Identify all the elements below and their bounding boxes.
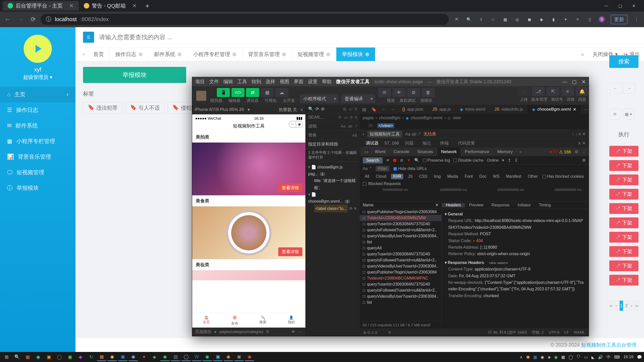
search-icon[interactable]: 🔍: [414, 158, 419, 163]
newfile-icon[interactable]: ▭: [349, 107, 352, 111]
network-request-row[interactable]: queryVideosByUser?userId=23063084..: [360, 293, 441, 299]
close-icon[interactable]: ⊗: [232, 51, 237, 57]
menu-wdt[interactable]: 微信开发者工具: [336, 78, 370, 85]
page-2[interactable]: 2: [625, 301, 628, 311]
debugger-button[interactable]: ⇄: [246, 88, 259, 97]
console-tab[interactable]: Sources: [414, 148, 436, 156]
share2-icon[interactable]: ⇪: [478, 16, 484, 22]
task-app[interactable]: ✦: [139, 353, 148, 361]
close-icon[interactable]: ⊗: [177, 51, 182, 57]
tray-icon[interactable]: ∧: [520, 355, 523, 359]
filter-icon[interactable]: ▼: [407, 158, 411, 163]
close-icon[interactable]: ⊗: [365, 51, 370, 57]
ext4-icon[interactable]: ◆: [538, 16, 544, 22]
column-header[interactable]: Name: [363, 203, 374, 207]
menu-file[interactable]: 文件: [209, 78, 219, 85]
star-icon[interactable]: ☆: [490, 16, 496, 22]
gear-icon[interactable]: ⚙: [572, 149, 581, 155]
net-type-filter[interactable]: Cloud: [374, 174, 388, 179]
sidebar-item-music[interactable]: 📊背景音乐管理: [0, 149, 75, 165]
sidebar-item-home[interactable]: ⌂主页‹: [0, 87, 75, 102]
view-detail-button[interactable]: 查看详情: [278, 184, 302, 192]
category-image[interactable]: 查看详情: [192, 206, 305, 259]
blocked-cookies-checkbox[interactable]: Has blocked cookies: [542, 174, 584, 179]
tray-time[interactable]: 16:19: [623, 355, 633, 359]
indent-label[interactable]: 空格: 2: [532, 330, 544, 335]
search-field[interactable]: SEAR...: [308, 115, 323, 120]
task-app[interactable]: ◉: [245, 353, 254, 361]
task-app[interactable]: ▧: [171, 353, 180, 361]
inspect-icon[interactable]: ▭: [362, 149, 370, 155]
close-icon[interactable]: ✕: [632, 4, 635, 8]
find-input[interactable]: 短视频制作工具: [367, 131, 402, 138]
start-button[interactable]: ⊞: [2, 353, 11, 361]
reload-icon[interactable]: ⟳: [31, 16, 36, 23]
collapse-icon[interactable]: ⊟: [343, 107, 346, 111]
throttle-select[interactable]: Online: [487, 158, 499, 163]
task-app[interactable]: ▣: [44, 353, 53, 361]
user-avatar[interactable]: [196, 91, 206, 101]
puzzle-icon[interactable]: ✦: [562, 16, 569, 22]
detail-tab[interactable]: Timing: [535, 203, 555, 207]
tray-icon[interactable]: ◯: [569, 355, 573, 359]
maximize-icon[interactable]: ▢: [618, 4, 622, 8]
menu-interface[interactable]: 界面: [294, 78, 303, 85]
more-icon[interactable]: ⋯: [581, 107, 591, 112]
bottom-tab[interactable]: 问题: [402, 139, 417, 147]
offline-button[interactable]: ↗ 下架: [609, 160, 638, 171]
crumb[interactable]: chooseBgm.wxml: [411, 116, 442, 120]
blocked-checkbox[interactable]: [363, 182, 366, 186]
tabs-scroll-right[interactable]: »: [578, 51, 587, 57]
sidebar-item-log[interactable]: ☰操作日志: [0, 102, 75, 118]
compile-button[interactable]: ⟳: [378, 88, 391, 97]
refresh-icon[interactable]: ⟳: [315, 106, 319, 112]
editor-line[interactable]: 36 </view>: [360, 122, 589, 129]
net-type-filter[interactable]: All: [363, 174, 371, 179]
tag-item[interactable]: 🔖 违法犯罪: [83, 102, 122, 114]
cloud-button[interactable]: ☁: [275, 88, 288, 97]
offline-button[interactable]: ↗ 下架: [609, 203, 638, 214]
capsule-button[interactable]: ⋯◉: [289, 121, 303, 127]
filter-field[interactable]: 滤镜: [308, 123, 317, 129]
maximize-icon[interactable]: ▢: [572, 79, 577, 85]
net-type-filter[interactable]: CSS: [417, 174, 429, 179]
keyboard-icon[interactable]: ⌨: [614, 355, 620, 359]
tabbar-home[interactable]: 🏠首页: [192, 312, 221, 328]
task-app[interactable]: ◉: [224, 353, 233, 361]
file-tab[interactable]: JS app.js: [428, 105, 455, 114]
mode-select[interactable]: 小程序模式: [300, 94, 339, 103]
record-icon[interactable]: [393, 159, 396, 162]
tab-video[interactable]: 短视频管理⊗: [292, 48, 336, 61]
crumb[interactable]: chooseBgm: [379, 116, 400, 120]
next-button[interactable]: →: [623, 83, 635, 94]
update-button[interactable]: 更新: [611, 15, 627, 24]
net-type-filter[interactable]: XHR: [391, 174, 404, 179]
tree-file[interactable]: ▾📄 chooseBgm.js pag...1: [308, 164, 357, 177]
tray-icon[interactable]: ⛉: [577, 355, 581, 359]
copy-icon[interactable]: ⎘: [355, 107, 357, 111]
upload-button[interactable]: ↑: [517, 87, 530, 96]
task-app[interactable]: ◉: [108, 353, 117, 361]
version-button[interactable]: ⎇: [532, 87, 545, 96]
panel-icon[interactable]: ▯: [587, 16, 593, 22]
preview-button[interactable]: 👁: [392, 88, 406, 97]
console-tab[interactable]: Memory: [494, 148, 516, 156]
detail-tab[interactable]: Preview: [465, 203, 487, 207]
tab-home[interactable]: 首页: [88, 48, 110, 61]
back-icon[interactable]: ←: [379, 107, 388, 112]
forward-icon[interactable]: →: [18, 16, 24, 23]
tray-icon[interactable]: ◣: [591, 355, 594, 359]
editor-button[interactable]: </>: [231, 88, 245, 97]
tab-music[interactable]: 背景音乐管理⊗: [243, 48, 292, 61]
ime-icon[interactable]: 中: [607, 354, 611, 360]
task-app[interactable]: ◉: [160, 353, 170, 361]
more-tabs-icon[interactable]: »: [517, 149, 524, 154]
prev-button[interactable]: ←: [609, 83, 621, 94]
menu-select[interactable]: 选择: [266, 78, 275, 85]
ext2-icon[interactable]: ◎: [514, 16, 520, 22]
volume-icon[interactable]: 🔊: [598, 355, 603, 359]
tray-icon[interactable]: ◈: [548, 355, 551, 359]
offline-button[interactable]: ↗ 下架: [609, 217, 638, 228]
copy-icon[interactable]: ⎘: [266, 330, 269, 334]
hot-reload-toggle[interactable]: 热重载 关: [279, 107, 297, 113]
